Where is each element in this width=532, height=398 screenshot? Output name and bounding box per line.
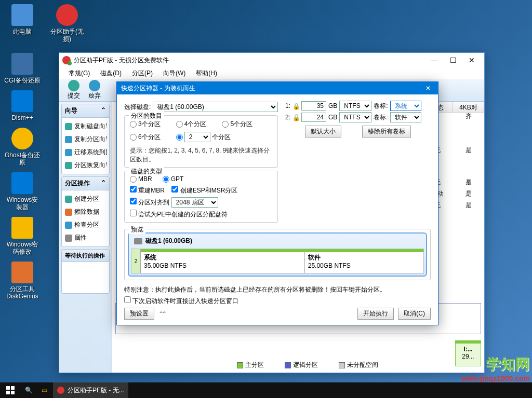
preview-bar: 2 系统35.00GB NTFS 软件25.00GB NTFS — [131, 249, 424, 273]
sidebar-item[interactable]: 分区恢复向导 — [64, 159, 107, 172]
desktop-icon-cgi[interactable]: CGI备份还原 — [4, 53, 41, 84]
collapse-icon[interactable]: ⌃ — [101, 179, 106, 188]
menu-wizard[interactable]: 向导(W) — [158, 67, 191, 79]
svg-rect-3 — [11, 391, 15, 394]
desktop-icon-wininst[interactable]: Windows安装器 — [4, 172, 41, 211]
default-size-button[interactable]: 默认大小 — [305, 126, 341, 138]
partition-row-1: 1: 🔒 GB NTFS 卷标: 系统 — [285, 101, 431, 111]
panel-wizard: 向导⌃ 复制磁盘向导 复制分区向导 迁移系统到固 分区恢复向导 — [61, 104, 110, 174]
radio-gpt[interactable]: GPT — [163, 175, 184, 183]
desktop-icon-diskgenius[interactable]: 分区工具DiskGenius — [4, 262, 41, 300]
sidebar-item[interactable]: 迁移系统到固 — [64, 146, 107, 159]
svg-rect-0 — [6, 386, 10, 390]
custom-count-select[interactable]: 2 — [184, 132, 210, 142]
legend: 主分区 逻辑分区 未分配空间 — [237, 361, 378, 369]
menu-general[interactable]: 常规(G) — [63, 67, 95, 79]
chk-align[interactable]: 分区对齐到 — [130, 199, 169, 206]
minimize-button[interactable]: — — [425, 54, 444, 66]
align-select[interactable]: 2048 扇区 — [171, 197, 218, 208]
fs-select-1[interactable]: NTFS — [339, 101, 371, 111]
select-disk-label: 选择磁盘: — [124, 103, 151, 112]
menu-help[interactable]: 帮助(H) — [191, 67, 222, 79]
dialog-close-button[interactable]: ✕ — [422, 84, 434, 93]
taskbar: 🔍 ▭ 分区助手PE版 - 无... — [0, 382, 532, 398]
fs-select-2[interactable]: NTFS — [339, 112, 371, 122]
start-button[interactable]: 开始执行 — [357, 308, 394, 320]
chk-rebuild-mbr[interactable]: 重建MBR — [130, 187, 165, 194]
disk-select[interactable]: 磁盘1 (60.00GB) — [153, 102, 278, 112]
disk-type-group: 磁盘的类型 MBR GPT 重建MBR 创建ESP和MSR分区 分区对齐到 20… — [124, 171, 278, 223]
left-pane: 向导⌃ 复制磁盘向导 复制分区向导 迁移系统到固 分区恢复向导 分区操作⌃ 创建… — [59, 102, 112, 373]
sidebar-item[interactable]: 复制磁盘向导 — [64, 120, 107, 133]
radio-custom[interactable]: 2 个分区 — [176, 132, 231, 142]
radio-mbr[interactable]: MBR — [130, 175, 152, 183]
start-button[interactable] — [0, 382, 21, 398]
maximize-button[interactable]: ☐ — [444, 54, 462, 66]
sidebar-item[interactable]: 检查分区 — [64, 218, 107, 231]
partition-row-2: 2: 🔓 GB NTFS 卷标: 软件 — [285, 112, 431, 122]
tool-discard[interactable]: 放弃 — [88, 80, 101, 100]
tool-commit[interactable]: 提交 — [68, 80, 80, 100]
lock-icon[interactable]: 🔓 — [292, 114, 299, 121]
dialog-titlebar[interactable]: 快速分区神器 - 为装机而生 ✕ — [117, 82, 438, 94]
menu-disk[interactable]: 磁盘(D) — [95, 67, 127, 79]
warning-text: 特别注意：执行此操作后，当前所选磁盘上已经存在的所有分区将被删除！按回车键开始分… — [124, 285, 431, 294]
menubar: 常规(G) 磁盘(D) 分区(P) 向导(W) 帮助(H) — [59, 67, 484, 79]
hint-text: 提示：您能按1, 2, 3, 4, 5, 6, 7, 8, 9键来快速选择分区数… — [130, 146, 272, 164]
lock-icon[interactable]: 🔒 — [292, 103, 299, 109]
panel-partops: 分区操作⌃ 创建分区 擦除数据 检查分区 属性 — [61, 176, 110, 247]
chk-next-time[interactable]: 下次启动软件时直接进入快速分区窗口 — [124, 297, 238, 305]
window-title: 分区助手PE版 - 无损分区免费软件 — [74, 56, 169, 65]
radio-6[interactable]: 6个分区 — [130, 132, 161, 142]
svg-rect-2 — [6, 391, 10, 394]
sidebar-item[interactable]: 属性 — [64, 231, 107, 244]
size-input-1[interactable] — [301, 101, 326, 111]
radio-3[interactable]: 3个分区 — [130, 120, 161, 129]
clear-labels-button[interactable]: 移除所有卷标 — [362, 126, 411, 138]
desktop-icon-ghost[interactable]: Ghost备份还原 — [4, 128, 41, 166]
close-button[interactable]: ✕ — [462, 54, 481, 66]
preview-seg-1[interactable]: 系统35.00GB NTFS — [141, 249, 305, 273]
size-input-2[interactable] — [301, 113, 326, 122]
chevron-icon[interactable]: ⌃⌃ — [158, 310, 165, 318]
sidebar-item[interactable]: 创建分区 — [64, 193, 107, 205]
desktop-icon-winpwd[interactable]: Windows密码修改 — [4, 217, 41, 255]
vol-select-1[interactable]: 系统 — [390, 101, 421, 111]
preset-button[interactable]: 预设置 — [124, 308, 154, 320]
partition-count-group: 分区的数目 3个分区 4个分区 5个分区 6个分区 2 个分区 提示：您能按1,… — [124, 115, 278, 168]
radio-5[interactable]: 5个分区 — [222, 120, 252, 129]
watermark: 学知网 www.jmqz1000.com — [461, 354, 530, 382]
radio-4[interactable]: 4个分区 — [176, 120, 207, 129]
vol-select-2[interactable]: 软件 — [390, 112, 421, 122]
desktop-icon-this-pc[interactable]: 此电脑 — [4, 4, 41, 35]
disk-icon — [134, 238, 142, 244]
titlebar[interactable]: 分区助手PE版 - 无损分区免费软件 — ☐ ✕ — [59, 53, 484, 67]
panel-pending: 等待执行的操作 — [61, 249, 110, 294]
taskbar-search-icon[interactable]: 🔍 — [21, 382, 36, 398]
chk-esp-msr[interactable]: 创建ESP和MSR分区 — [171, 187, 237, 194]
app-icon — [62, 56, 71, 64]
collapse-icon[interactable]: ⌃ — [101, 106, 106, 115]
taskbar-app-button[interactable]: 分区助手PE版 - 无... — [53, 382, 128, 398]
quick-partition-dialog: 快速分区神器 - 为装机而生 ✕ 选择磁盘: 磁盘1 (60.00GB) 分区的… — [116, 81, 438, 325]
desktop-icon-parthelper[interactable]: 分区助手(无损) — [49, 4, 85, 43]
taskbar-explorer-icon[interactable]: ▭ — [36, 382, 52, 398]
chk-pe-letter[interactable]: 尝试为PE中创建的分区分配盘符 — [130, 211, 228, 218]
sidebar-item[interactable]: 擦除数据 — [64, 205, 107, 218]
sidebar-item[interactable]: 复制分区向导 — [64, 133, 107, 146]
cancel-button[interactable]: 取消(C) — [398, 308, 431, 320]
preview-seg-2[interactable]: 软件25.00GB NTFS — [305, 249, 423, 273]
menu-partition[interactable]: 分区(P) — [127, 67, 158, 79]
svg-rect-1 — [11, 386, 15, 390]
preview-group: 预览 磁盘1 (60.00GB) 2 系统35.00GB NTFS 软件25.0… — [124, 229, 431, 280]
desktop-icon-dism[interactable]: Dism++ — [4, 90, 41, 121]
